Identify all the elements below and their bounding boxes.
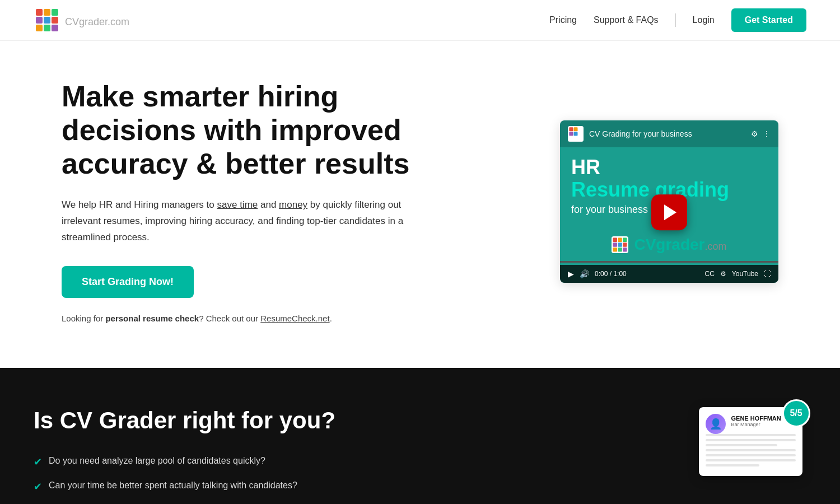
list-item: ✔ Can your time be better spent actually… xyxy=(34,479,426,494)
video-play-ctrl[interactable]: ▶ xyxy=(568,269,574,278)
hero-subtext-post: . xyxy=(330,314,332,323)
video-cc-btn[interactable]: CC xyxy=(705,270,715,278)
video-settings-icon[interactable]: ⚙ xyxy=(751,129,758,138)
svg-rect-1 xyxy=(36,9,43,16)
svg-rect-24 xyxy=(623,248,627,252)
svg-rect-22 xyxy=(613,248,618,252)
svg-rect-8 xyxy=(44,25,50,31)
checklist-item-2: Can your time be better spent actually t… xyxy=(49,479,297,492)
nav-pricing[interactable]: Pricing xyxy=(549,15,577,25)
video-share-icon[interactable]: ⋮ xyxy=(763,129,771,138)
svg-rect-12 xyxy=(574,127,578,131)
video-channel-avatar xyxy=(568,126,584,142)
video-controls: ▶ 🔊 0:00 / 1:00 CC ⚙ YouTube ⛶ xyxy=(560,265,778,283)
hero-title: Make smarter hiring decisions with impro… xyxy=(62,80,442,180)
resume-line xyxy=(706,434,796,436)
resume-line xyxy=(706,454,796,456)
hero-right: CV Grading for your business ⚙ ⋮ HR Resu… xyxy=(560,120,778,283)
nav-links: Pricing Support & FAQs Login Get Started xyxy=(549,8,806,32)
dark-section-title: Is CV Grader right for you? xyxy=(34,407,426,434)
dark-section-right: 5/5 👤 GENE HOFFMAN Bar Manager xyxy=(694,407,806,476)
hero-description: We help HR and Hiring managers to save t… xyxy=(62,197,442,246)
dark-section: Is CV Grader right for you? ✔ Do you nee… xyxy=(0,368,840,504)
checklist-item-1: Do you need analyze large pool of candid… xyxy=(49,454,265,468)
svg-rect-2 xyxy=(44,9,50,16)
resume-line xyxy=(706,459,796,461)
video-top-icons: ⚙ ⋮ xyxy=(751,129,771,138)
video-volume-ctrl[interactable]: 🔊 xyxy=(580,269,589,278)
resume-avatar: 👤 xyxy=(706,414,726,434)
hero-subtext-pre: Looking for xyxy=(62,314,105,323)
video-play-area[interactable] xyxy=(651,194,687,230)
hero-left: Make smarter hiring decisions with impro… xyxy=(62,80,442,323)
svg-rect-3 xyxy=(52,9,58,16)
nav-divider xyxy=(675,13,676,27)
video-youtube-label: YouTube xyxy=(732,270,758,278)
resume-line xyxy=(706,449,796,451)
resume-check-link[interactable]: ResumeCheck.net xyxy=(260,314,329,323)
video-play-button[interactable] xyxy=(651,194,687,230)
svg-rect-6 xyxy=(52,17,58,24)
svg-rect-13 xyxy=(569,132,573,136)
checklist: ✔ Do you need analyze large pool of cand… xyxy=(34,454,426,504)
nav-login[interactable]: Login xyxy=(693,15,715,25)
logo[interactable]: CVgrader.com xyxy=(34,7,129,34)
resume-body-lines xyxy=(706,434,796,466)
svg-rect-23 xyxy=(618,248,623,252)
video-logo-text: CVgrader.com xyxy=(634,236,726,254)
video-ctrl-right: CC ⚙ YouTube ⛶ xyxy=(705,270,771,278)
video-embed[interactable]: CV Grading for your business ⚙ ⋮ HR Resu… xyxy=(560,120,778,283)
svg-rect-20 xyxy=(618,242,623,247)
video-top-bar: CV Grading for your business ⚙ ⋮ xyxy=(560,120,778,147)
svg-rect-14 xyxy=(574,132,578,136)
check-icon-2: ✔ xyxy=(34,479,42,494)
hero-subtext: Looking for personal resume check? Check… xyxy=(62,314,442,323)
hero-desc-text1: We help HR and Hiring managers to xyxy=(62,199,217,210)
svg-rect-19 xyxy=(613,242,618,247)
video-fullscreen-btn[interactable]: ⛶ xyxy=(764,270,771,278)
resume-score-badge: 5/5 xyxy=(782,399,810,427)
hero-desc-text2: and xyxy=(258,199,279,210)
list-item: ✔ Do you need analyze large pool of cand… xyxy=(34,454,426,470)
save-time-link[interactable]: save time xyxy=(217,199,258,210)
video-settings-ctrl[interactable]: ⚙ xyxy=(720,270,726,278)
svg-rect-17 xyxy=(618,238,623,242)
svg-rect-11 xyxy=(569,127,573,131)
dark-section-left: Is CV Grader right for you? ✔ Do you nee… xyxy=(34,407,426,504)
svg-rect-5 xyxy=(44,17,50,24)
navbar: CVgrader.com Pricing Support & FAQs Logi… xyxy=(0,0,840,41)
video-progress-bar[interactable] xyxy=(560,261,778,263)
check-icon-1: ✔ xyxy=(34,455,42,470)
video-channel-title: CV Grading for your business xyxy=(589,129,692,138)
resume-line xyxy=(706,439,796,441)
logo-icon xyxy=(34,7,60,34)
hero-start-grading-button[interactable]: Start Grading Now! xyxy=(62,266,194,298)
svg-rect-16 xyxy=(613,238,618,242)
resume-line xyxy=(706,464,760,466)
hero-subtext-mid: ? Check out our xyxy=(199,314,260,323)
resume-card-preview: 5/5 👤 GENE HOFFMAN Bar Manager xyxy=(699,407,802,476)
svg-rect-4 xyxy=(36,17,43,24)
hero-section: Make smarter hiring decisions with impro… xyxy=(28,41,812,368)
svg-rect-21 xyxy=(623,242,627,247)
svg-rect-18 xyxy=(623,238,627,242)
money-link[interactable]: money xyxy=(279,199,307,210)
svg-rect-9 xyxy=(52,25,58,31)
resume-line xyxy=(706,444,778,446)
nav-get-started-button[interactable]: Get Started xyxy=(731,8,806,32)
hero-subtext-bold: personal resume check xyxy=(105,314,199,323)
video-logo: CVgrader.com xyxy=(560,236,778,254)
logo-wordmark: CVgrader.com xyxy=(65,12,129,29)
nav-support[interactable]: Support & FAQs xyxy=(594,15,659,25)
svg-rect-7 xyxy=(36,25,43,31)
video-time: 0:00 / 1:00 xyxy=(595,270,699,278)
